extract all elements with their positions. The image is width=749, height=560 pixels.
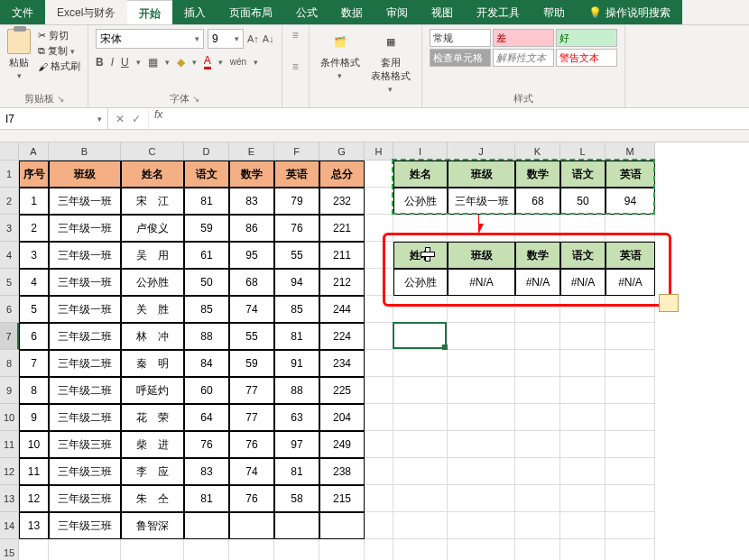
cell[interactable]: 三年级三班 bbox=[49, 512, 121, 539]
cell[interactable]: 11 bbox=[19, 458, 49, 485]
cell[interactable]: 5 bbox=[19, 296, 49, 323]
cell[interactable]: 三年级二班 bbox=[49, 404, 121, 431]
cell[interactable] bbox=[560, 431, 606, 458]
cell[interactable]: #N/A bbox=[606, 269, 655, 296]
style-warning[interactable]: 警告文本 bbox=[556, 49, 617, 67]
cell[interactable]: 77 bbox=[229, 404, 274, 431]
cell[interactable]: 柴 进 bbox=[121, 431, 184, 458]
cell[interactable]: 63 bbox=[274, 404, 319, 431]
cell[interactable]: 1 bbox=[19, 188, 49, 215]
cell[interactable] bbox=[448, 323, 515, 350]
cell[interactable]: 64 bbox=[184, 404, 229, 431]
cell[interactable]: 232 bbox=[319, 188, 365, 215]
cell[interactable]: 三年级三班 bbox=[49, 458, 121, 485]
cell[interactable]: 数学 bbox=[515, 161, 560, 188]
cell[interactable]: 225 bbox=[319, 377, 365, 404]
cell[interactable]: 8 bbox=[19, 377, 49, 404]
cell[interactable]: 61 bbox=[184, 242, 229, 269]
cell[interactable]: 95 bbox=[229, 242, 274, 269]
cell[interactable] bbox=[365, 215, 393, 242]
cell[interactable] bbox=[393, 377, 448, 404]
cell[interactable] bbox=[229, 512, 274, 539]
cell[interactable]: 10 bbox=[19, 431, 49, 458]
cell[interactable]: 58 bbox=[274, 485, 319, 512]
cell[interactable] bbox=[448, 458, 515, 485]
tab-home[interactable]: 开始 bbox=[127, 0, 172, 24]
cell[interactable]: 249 bbox=[319, 431, 365, 458]
col-header-M[interactable]: M bbox=[606, 142, 655, 161]
cell[interactable] bbox=[393, 485, 448, 512]
cell[interactable]: 81 bbox=[274, 323, 319, 350]
font-size-select[interactable]: 9▾ bbox=[208, 29, 244, 49]
cell[interactable]: 姓名 bbox=[393, 161, 448, 188]
cell[interactable] bbox=[365, 296, 393, 323]
cell[interactable]: 88 bbox=[184, 323, 229, 350]
fill-color-button[interactable]: ◆ bbox=[177, 56, 185, 69]
cell[interactable] bbox=[560, 485, 606, 512]
cell[interactable]: 林 冲 bbox=[121, 323, 184, 350]
col-header-L[interactable]: L bbox=[560, 142, 606, 161]
cell[interactable] bbox=[365, 188, 393, 215]
cell[interactable]: 序号 bbox=[19, 161, 49, 188]
table-format-button[interactable]: ▦ 套用 表格格式▾ bbox=[367, 29, 414, 94]
cell[interactable]: 鲁智深 bbox=[121, 512, 184, 539]
cell[interactable]: 59 bbox=[184, 215, 229, 242]
cell[interactable]: 三年级二班 bbox=[49, 377, 121, 404]
cell[interactable]: 三年级一班 bbox=[49, 188, 121, 215]
col-header-D[interactable]: D bbox=[184, 142, 229, 161]
tab-data[interactable]: 数据 bbox=[329, 0, 374, 24]
cell[interactable] bbox=[560, 458, 606, 485]
select-all-corner[interactable] bbox=[0, 142, 19, 161]
cell[interactable]: 224 bbox=[319, 323, 365, 350]
cell[interactable]: 英语 bbox=[274, 161, 319, 188]
cell[interactable] bbox=[606, 431, 655, 458]
confirm-formula-button[interactable]: ✓ bbox=[132, 113, 141, 125]
cell[interactable]: 91 bbox=[274, 350, 319, 377]
cell[interactable]: 77 bbox=[229, 377, 274, 404]
cell[interactable]: 姓名 bbox=[121, 161, 184, 188]
tab-dev[interactable]: 开发工具 bbox=[465, 0, 532, 24]
cell[interactable]: 94 bbox=[606, 188, 655, 215]
cell[interactable]: 244 bbox=[319, 296, 365, 323]
cell[interactable]: 公孙胜 bbox=[393, 188, 448, 215]
cell[interactable] bbox=[515, 215, 560, 242]
row-header-3[interactable]: 3 bbox=[0, 215, 19, 242]
cell[interactable] bbox=[365, 539, 393, 560]
cell[interactable]: 83 bbox=[229, 188, 274, 215]
cell[interactable]: 94 bbox=[274, 269, 319, 296]
cell[interactable] bbox=[448, 377, 515, 404]
cell[interactable]: #N/A bbox=[515, 269, 560, 296]
style-good[interactable]: 好 bbox=[556, 29, 617, 47]
cell[interactable] bbox=[19, 539, 49, 560]
col-header-H[interactable]: H bbox=[365, 142, 393, 161]
cell[interactable] bbox=[606, 323, 655, 350]
cut-button[interactable]: ✂剪切 bbox=[38, 29, 80, 42]
row-header-12[interactable]: 12 bbox=[0, 458, 19, 485]
cell[interactable] bbox=[515, 458, 560, 485]
cell[interactable] bbox=[274, 539, 319, 560]
cell[interactable]: 204 bbox=[319, 404, 365, 431]
tab-formulas[interactable]: 公式 bbox=[284, 0, 329, 24]
cell[interactable]: 68 bbox=[515, 188, 560, 215]
cell[interactable]: 55 bbox=[229, 323, 274, 350]
cell[interactable]: 55 bbox=[274, 242, 319, 269]
cell[interactable]: 50 bbox=[560, 188, 606, 215]
cell[interactable] bbox=[365, 512, 393, 539]
cell[interactable] bbox=[560, 323, 606, 350]
cell[interactable] bbox=[229, 539, 274, 560]
clipboard-launcher[interactable]: ↘ bbox=[57, 94, 64, 104]
cell[interactable] bbox=[515, 296, 560, 323]
grow-font-button[interactable]: A↑ bbox=[247, 33, 259, 44]
cell[interactable]: 97 bbox=[274, 431, 319, 458]
cell[interactable]: 总分 bbox=[319, 161, 365, 188]
cell[interactable] bbox=[365, 431, 393, 458]
cell[interactable] bbox=[365, 458, 393, 485]
cell[interactable]: 三年级二班 bbox=[49, 350, 121, 377]
cell[interactable] bbox=[448, 350, 515, 377]
row-header-14[interactable]: 14 bbox=[0, 512, 19, 539]
cell[interactable] bbox=[393, 296, 448, 323]
cell[interactable]: 79 bbox=[274, 188, 319, 215]
col-header-I[interactable]: I bbox=[393, 142, 448, 161]
cell[interactable] bbox=[393, 458, 448, 485]
name-box[interactable]: I7▾ bbox=[0, 108, 108, 129]
